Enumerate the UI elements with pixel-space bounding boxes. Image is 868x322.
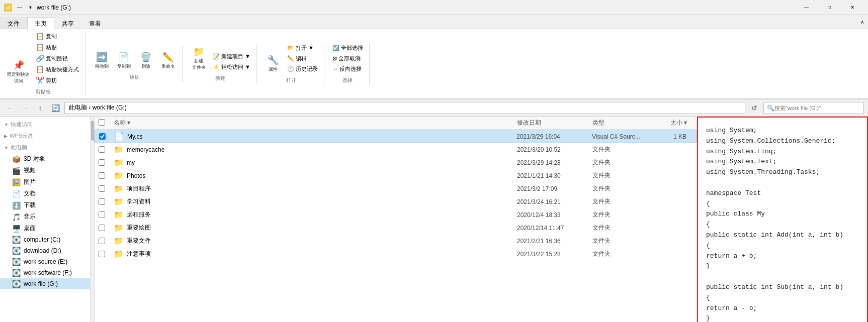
file-type: 文件夹 xyxy=(592,158,653,167)
copy-path-btn[interactable]: 🔗复制路径 xyxy=(34,53,81,63)
tab-share[interactable]: 共享 xyxy=(54,17,81,29)
ribbon-collapse[interactable]: ∧ xyxy=(856,15,868,29)
file-type: 文件夹 xyxy=(592,237,653,245)
refresh-btn[interactable]: 🔄 xyxy=(49,102,61,114)
file-date: 2021/3/24 16:21 xyxy=(517,198,592,205)
cut-btn[interactable]: ✂️剪切 xyxy=(34,75,81,85)
paste-btn[interactable]: 📋粘贴 xyxy=(34,42,81,52)
ribbon-tabs: 文件 主页 共享 查看 ∧ xyxy=(0,15,868,29)
table-row[interactable]: 📁 项目程序 2021/3/2 17:09 文件夹 xyxy=(95,182,697,195)
new-item-btn[interactable]: 📝新建项目 ▼ xyxy=(211,52,252,61)
drive-c-icon: 💽 xyxy=(12,236,21,244)
col-type-header[interactable]: 类型 xyxy=(592,119,653,127)
select-all-btn[interactable]: ☑️全部选择 xyxy=(330,43,365,53)
open-btn[interactable]: 📂打开 ▼ xyxy=(285,43,320,53)
new-folder-icon: 📁 xyxy=(193,46,205,58)
move-icon: ➡️ xyxy=(96,51,108,63)
table-row[interactable]: 📁 注意事项 2021/3/22 15:28 文件夹 xyxy=(95,248,697,261)
deselect-all-btn[interactable]: ⊠全部取消 xyxy=(330,54,365,63)
sidebar-item-documents[interactable]: 📄 文档 xyxy=(0,188,90,199)
col-name-header[interactable]: 名称 ▾ xyxy=(114,119,517,127)
col-date-header[interactable]: 修改日期 xyxy=(517,119,592,127)
close-btn[interactable]: ✕ xyxy=(841,0,864,15)
sidebar-item-video[interactable]: 🎬 视频 xyxy=(0,165,90,176)
select-all-checkbox[interactable] xyxy=(99,119,105,126)
address-path[interactable]: 此电脑 › work file (G:) xyxy=(64,102,745,114)
file-date: 2021/3/29 16:04 xyxy=(516,133,592,140)
move-to-btn[interactable]: ➡️ 移动到 xyxy=(92,50,112,71)
file-checkbox[interactable] xyxy=(99,251,105,257)
tab-view[interactable]: 查看 xyxy=(81,17,109,29)
file-checkbox[interactable] xyxy=(99,133,106,140)
pin-quick-access-btn[interactable]: 📌 固定到快速访问 xyxy=(5,58,32,85)
properties-btn[interactable]: 🔧 属性 xyxy=(263,53,283,74)
sidebar-item-drive-e[interactable]: 💽 work source (E:) xyxy=(0,256,90,267)
file-checkbox[interactable] xyxy=(99,146,105,153)
edit-btn[interactable]: ✏️编辑 xyxy=(285,54,320,63)
file-name: 📁 my xyxy=(114,158,517,167)
file-checkbox[interactable] xyxy=(99,211,105,218)
sidebar-item-drive-c[interactable]: 💽 computer (C:) xyxy=(0,234,90,245)
copy-path-icon: 🔗 xyxy=(36,54,44,62)
sidebar-item-desktop[interactable]: 🖥️ 桌面 xyxy=(0,223,90,234)
table-row[interactable]: 📁 memorycache 2021/3/20 10:52 文件夹 xyxy=(95,143,697,156)
sidebar-item-pictures[interactable]: 🖼️ 图片 xyxy=(0,176,90,188)
up-btn[interactable]: ↑ xyxy=(34,102,46,114)
delete-btn[interactable]: 🗑️ 删除 xyxy=(136,50,156,71)
refresh-address-btn[interactable]: ↺ xyxy=(748,102,760,114)
table-row[interactable]: 📁 重要绘图 2020/12/14 11:47 文件夹 xyxy=(95,222,697,235)
search-box[interactable]: 🔍 xyxy=(763,102,864,114)
file-checkbox[interactable] xyxy=(99,238,105,244)
table-row[interactable]: 📁 重要文件 2021/2/21 16:36 文件夹 xyxy=(95,235,697,248)
quick-access-label: 快速访问 xyxy=(11,121,33,128)
drive-g-label: work file (G:) xyxy=(24,280,58,287)
invert-select-btn[interactable]: ↔️反向选择 xyxy=(330,64,365,74)
rename-btn[interactable]: ✏️ 重命名 xyxy=(158,50,178,71)
table-row[interactable]: 📁 my 2021/3/29 14:28 文件夹 xyxy=(95,156,697,169)
table-row[interactable]: 📁 学习资料 2021/3/24 16:21 文件夹 xyxy=(95,195,697,208)
forward-btn[interactable]: → xyxy=(19,102,31,114)
code-line: public static int Add(int a, int b) xyxy=(706,230,859,241)
file-checkbox[interactable] xyxy=(99,225,105,231)
title-bar-restore[interactable]: ▾ xyxy=(27,4,34,11)
file-checkbox[interactable] xyxy=(99,159,105,166)
new-label: 新建 xyxy=(215,74,225,83)
search-input[interactable] xyxy=(774,105,860,111)
minimize-btn[interactable]: — xyxy=(795,0,818,15)
sidebar-scrollbar[interactable] xyxy=(91,117,95,322)
file-checkbox[interactable] xyxy=(99,198,105,205)
history-btn[interactable]: 🕐历史记录 xyxy=(285,64,320,74)
organize-label: 组织 xyxy=(130,73,140,82)
video-icon: 🎬 xyxy=(12,167,21,175)
file-name: 📁 Photos xyxy=(114,171,517,180)
sidebar-item-drive-f[interactable]: 💽 work software (F:) xyxy=(0,267,90,278)
properties-icon: 🔧 xyxy=(267,54,279,66)
desktop-label: 桌面 xyxy=(24,224,36,233)
table-row[interactable]: 📁 远程服务 2020/12/4 18:33 文件夹 xyxy=(95,208,697,222)
col-size-header[interactable]: 大小 ▾ xyxy=(653,119,693,127)
sidebar-item-music[interactable]: 🎵 音乐 xyxy=(0,211,90,223)
new-item-icon: 📝 xyxy=(213,53,220,60)
tab-home[interactable]: 主页 xyxy=(27,17,54,29)
table-row[interactable]: 📄 My.cs 2021/3/29 16:04 Visual C# Sourc.… xyxy=(95,130,697,143)
new-folder-btn[interactable]: 📁 新建文件夹 xyxy=(189,45,209,72)
title-bar-minimize[interactable]: — xyxy=(15,4,24,11)
tab-file[interactable]: 文件 xyxy=(0,17,27,29)
sidebar-item-downloads[interactable]: ⬇️ 下载 xyxy=(0,199,90,211)
music-icon: 🎵 xyxy=(12,213,21,221)
file-checkbox[interactable] xyxy=(99,172,105,179)
video-label: 视频 xyxy=(24,166,36,175)
back-btn[interactable]: ← xyxy=(4,102,16,114)
sidebar-item-3d[interactable]: 📦 3D 对象 xyxy=(0,153,90,165)
sidebar-item-drive-d[interactable]: 💽 download (D:) xyxy=(0,245,90,256)
table-row[interactable]: 📁 Photos 2021/1/21 14:30 文件夹 xyxy=(95,169,697,182)
restore-btn[interactable]: □ xyxy=(818,0,841,15)
open-label: 打开 xyxy=(286,76,296,85)
easy-access-btn[interactable]: ⚡轻松访问 ▼ xyxy=(211,62,252,72)
file-checkbox[interactable] xyxy=(99,185,105,192)
paste-shortcut-btn[interactable]: 📋粘贴快捷方式 xyxy=(34,64,81,74)
copy-to-btn[interactable]: 📄 复制到 xyxy=(114,50,134,71)
copy-btn[interactable]: 📋复制 xyxy=(34,31,81,41)
sidebar-item-drive-g[interactable]: 💽 work file (G:) xyxy=(0,278,90,289)
this-pc-label: 此电脑 xyxy=(11,144,27,151)
